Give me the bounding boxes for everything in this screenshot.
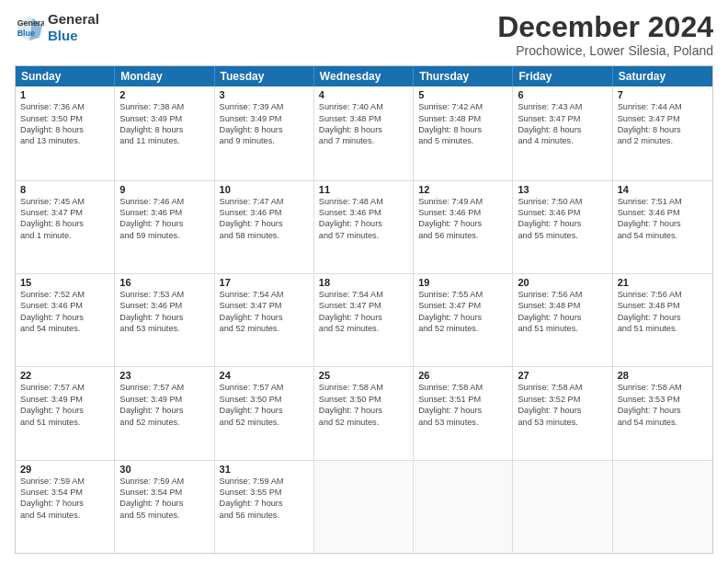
day-10-line-2: Daylight: 7 hours — [220, 218, 309, 229]
header-tuesday: Tuesday — [215, 66, 314, 86]
day-29-line-2: Daylight: 7 hours — [20, 498, 109, 509]
day-21: 21Sunrise: 7:56 AMSunset: 3:48 PMDayligh… — [613, 274, 712, 366]
day-number-20: 20 — [518, 277, 607, 288]
day-number-28: 28 — [618, 370, 708, 381]
day-20-line-0: Sunrise: 7:56 AM — [518, 289, 607, 300]
day-6-line-1: Sunset: 3:47 PM — [518, 113, 607, 124]
day-21-line-3: and 51 minutes. — [618, 323, 708, 334]
day-21-line-2: Daylight: 7 hours — [618, 312, 708, 323]
day-6-line-2: Daylight: 8 hours — [518, 124, 607, 135]
day-number-22: 22 — [20, 370, 109, 381]
day-number-3: 3 — [220, 89, 309, 100]
day-10: 10Sunrise: 7:47 AMSunset: 3:46 PMDayligh… — [215, 181, 314, 273]
day-30-line-1: Sunset: 3:54 PM — [119, 487, 209, 498]
day-12: 12Sunrise: 7:49 AMSunset: 3:46 PMDayligh… — [414, 181, 513, 273]
day-31-line-2: Daylight: 7 hours — [220, 498, 309, 509]
day-14-line-0: Sunrise: 7:51 AM — [618, 196, 708, 207]
empty-cell-4-5 — [513, 461, 612, 553]
day-21-line-0: Sunrise: 7:56 AM — [618, 289, 708, 300]
day-18-line-2: Daylight: 7 hours — [319, 312, 408, 323]
day-31-line-0: Sunrise: 7:59 AM — [220, 476, 309, 487]
day-23-line-2: Daylight: 7 hours — [119, 405, 209, 416]
day-number-12: 12 — [418, 184, 507, 195]
day-9-line-1: Sunset: 3:46 PM — [119, 207, 209, 218]
day-20-line-2: Daylight: 7 hours — [518, 312, 607, 323]
day-7-line-1: Sunset: 3:47 PM — [618, 113, 708, 124]
day-number-15: 15 — [20, 277, 109, 288]
empty-cell-4-6 — [613, 461, 712, 553]
day-20: 20Sunrise: 7:56 AMSunset: 3:48 PMDayligh… — [513, 274, 612, 366]
week-row-3: 15Sunrise: 7:52 AMSunset: 3:46 PMDayligh… — [16, 273, 712, 366]
day-5-line-0: Sunrise: 7:42 AM — [418, 101, 507, 112]
day-31: 31Sunrise: 7:59 AMSunset: 3:55 PMDayligh… — [215, 461, 314, 553]
day-2-line-2: Daylight: 8 hours — [119, 124, 209, 135]
day-27: 27Sunrise: 7:58 AMSunset: 3:52 PMDayligh… — [513, 367, 612, 459]
day-5-line-2: Daylight: 8 hours — [418, 124, 507, 135]
day-7-line-0: Sunrise: 7:44 AM — [618, 101, 708, 112]
day-11: 11Sunrise: 7:48 AMSunset: 3:46 PMDayligh… — [314, 181, 414, 273]
day-number-13: 13 — [518, 184, 607, 195]
day-3-line-2: Daylight: 8 hours — [220, 124, 309, 135]
day-26-line-3: and 53 minutes. — [418, 417, 507, 428]
day-1-line-1: Sunset: 3:50 PM — [20, 113, 109, 124]
day-10-line-0: Sunrise: 7:47 AM — [220, 196, 309, 207]
day-3-line-3: and 9 minutes. — [220, 135, 309, 146]
day-14-line-2: Daylight: 7 hours — [618, 218, 708, 229]
day-1-line-0: Sunrise: 7:36 AM — [20, 101, 109, 112]
day-number-24: 24 — [220, 370, 309, 381]
calendar: Sunday Monday Tuesday Wednesday Thursday… — [15, 65, 713, 554]
day-5-line-1: Sunset: 3:48 PM — [418, 113, 507, 124]
day-25: 25Sunrise: 7:58 AMSunset: 3:50 PMDayligh… — [314, 367, 414, 459]
day-13-line-3: and 55 minutes. — [518, 230, 607, 241]
header-wednesday: Wednesday — [314, 66, 414, 86]
day-number-1: 1 — [20, 89, 109, 100]
day-4-line-2: Daylight: 8 hours — [319, 124, 408, 135]
day-13-line-1: Sunset: 3:46 PM — [518, 207, 607, 218]
day-8-line-2: Daylight: 8 hours — [20, 218, 109, 229]
day-27-line-2: Daylight: 7 hours — [518, 405, 607, 416]
day-26-line-1: Sunset: 3:51 PM — [418, 394, 507, 405]
day-15-line-3: and 54 minutes. — [20, 323, 109, 334]
day-11-line-1: Sunset: 3:46 PM — [319, 207, 408, 218]
day-4-line-0: Sunrise: 7:40 AM — [319, 101, 408, 112]
day-4: 4Sunrise: 7:40 AMSunset: 3:48 PMDaylight… — [314, 86, 414, 179]
day-23-line-3: and 52 minutes. — [119, 417, 209, 428]
day-22: 22Sunrise: 7:57 AMSunset: 3:49 PMDayligh… — [16, 367, 115, 459]
day-3-line-0: Sunrise: 7:39 AM — [220, 101, 309, 112]
day-number-26: 26 — [418, 370, 507, 381]
day-number-5: 5 — [418, 89, 507, 100]
day-16: 16Sunrise: 7:53 AMSunset: 3:46 PMDayligh… — [115, 274, 214, 366]
week-row-2: 8Sunrise: 7:45 AMSunset: 3:47 PMDaylight… — [16, 180, 712, 273]
day-31-line-1: Sunset: 3:55 PM — [220, 487, 309, 498]
day-number-7: 7 — [618, 89, 708, 100]
logo-blue: Blue — [48, 28, 99, 44]
day-17-line-0: Sunrise: 7:54 AM — [220, 289, 309, 300]
day-12-line-2: Daylight: 7 hours — [418, 218, 507, 229]
day-19-line-3: and 52 minutes. — [418, 323, 507, 334]
day-15-line-1: Sunset: 3:46 PM — [20, 300, 109, 311]
day-25-line-3: and 52 minutes. — [319, 417, 408, 428]
day-number-8: 8 — [20, 184, 109, 195]
day-29-line-0: Sunrise: 7:59 AM — [20, 476, 109, 487]
day-31-line-3: and 56 minutes. — [220, 510, 309, 521]
week-row-1: 1Sunrise: 7:36 AMSunset: 3:50 PMDaylight… — [16, 86, 712, 179]
day-5-line-3: and 5 minutes. — [418, 135, 507, 146]
day-16-line-1: Sunset: 3:46 PM — [119, 300, 209, 311]
day-number-16: 16 — [119, 277, 209, 288]
header-sunday: Sunday — [16, 66, 115, 86]
day-19-line-2: Daylight: 7 hours — [418, 312, 507, 323]
day-8-line-3: and 1 minute. — [20, 230, 109, 241]
day-16-line-0: Sunrise: 7:53 AM — [119, 289, 209, 300]
day-number-2: 2 — [119, 89, 209, 100]
day-15-line-2: Daylight: 7 hours — [20, 312, 109, 323]
day-number-30: 30 — [119, 464, 209, 475]
header-friday: Friday — [513, 66, 612, 86]
day-21-line-1: Sunset: 3:48 PM — [618, 300, 708, 311]
day-17-line-2: Daylight: 7 hours — [220, 312, 309, 323]
day-26: 26Sunrise: 7:58 AMSunset: 3:51 PMDayligh… — [414, 367, 513, 459]
title-block: December 2024 Prochowice, Lower Silesia,… — [497, 11, 713, 58]
day-13-line-2: Daylight: 7 hours — [518, 218, 607, 229]
day-24-line-2: Daylight: 7 hours — [220, 405, 309, 416]
day-number-31: 31 — [220, 464, 309, 475]
day-9: 9Sunrise: 7:46 AMSunset: 3:46 PMDaylight… — [115, 181, 214, 273]
